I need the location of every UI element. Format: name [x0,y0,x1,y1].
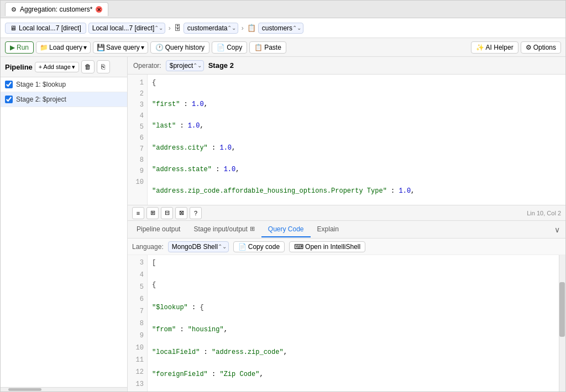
sidebar-scrollbar-thumb [8,388,41,391]
server-selector[interactable]: 🖥 Local local...7 [direct] [5,23,86,34]
server-label: Local local...7 [direct] [19,24,81,32]
tab-stage-input-label: Stage input/output [193,225,247,233]
toolbar-right: ✨ AI Helper ⚙ Options [471,41,561,54]
load-query-arrow-icon: ▾ [83,44,87,51]
add-stage-label: Add stage [43,63,71,70]
bottom-code-line-7: "localField" : "address.zip_code", [152,347,554,358]
options-button[interactable]: ⚙ Options [521,41,561,54]
code-line-6: "address.zip_code.affordable_housing_opt… [152,186,561,197]
tab-pipeline-output[interactable]: Pipeline output [130,222,187,237]
sidebar-scrollbar[interactable] [1,387,127,391]
pipeline-sidebar: Pipeline + Add stage ▾ 🗑 ⎘ Stage 1: $loo… [1,57,128,391]
copy-code-label: Copy code [248,243,280,251]
ai-helper-label: AI Helper [486,44,513,51]
app-window: ⚙ Aggregation: customers* ✕ 🖥 Local loca… [0,0,566,392]
bottom-code-line-9: "as" : "address.zip_code.affordable_hous… [152,391,554,391]
bottom-panel: Pipeline output Stage input/output ⊞ Que… [128,220,565,391]
database-icon: 🗄 [174,24,181,32]
tab-explain[interactable]: Explain [311,222,345,237]
bottom-scrollbar-thumb [559,282,565,337]
database-select[interactable]: customerdata [184,23,238,34]
intelli-icon: ⌨ [294,243,303,251]
toolbar: ▶ Run 📁 Load query ▾ 💾 Save query ▾ 🕐 Qu… [1,38,565,57]
open-intelli-button[interactable]: ⌨ Open in IntelliShell [289,241,365,252]
bottom-code-line-5: "$lookup" : { [152,302,554,313]
close-tab-button[interactable]: ✕ [96,6,102,13]
save-query-label: Save query [106,44,140,51]
copy-code-button[interactable]: 📄 Copy code [233,241,285,252]
ai-helper-button[interactable]: ✨ AI Helper [471,41,518,54]
tab-query-code[interactable]: Query Code [261,222,311,237]
operator-label: Operator: [133,62,161,70]
code-editor[interactable]: 1 2 3 4 5 6 7 8 9 10 { "first" : 1.0, "l… [128,75,565,205]
server-icon: 🖥 [10,24,17,32]
run-icon: ▶ [10,44,15,51]
code-content[interactable]: { "first" : 1.0, "last" : 1.0, "address.… [148,75,565,205]
language-select[interactable]: MongoDB Shell [168,241,229,252]
history-icon: 🕐 [155,44,164,51]
copy-code-icon: 📄 [238,243,247,251]
add-icon: + [39,63,42,70]
main-content: Pipeline + Add stage ▾ 🗑 ⎘ Stage 1: $loo… [1,57,565,391]
bottom-code-content[interactable]: [ { "$lookup" : { "from" : "housing", "l… [148,255,559,391]
collection-select[interactable]: customers [258,23,303,34]
paste-button[interactable]: 📋 Paste [249,41,286,54]
load-query-label: Load query [49,44,82,51]
tab-query-code-label: Query Code [268,225,304,233]
title-tab[interactable]: ⚙ Aggregation: customers* ✕ [5,2,108,16]
run-button[interactable]: ▶ Run [5,41,34,54]
pipeline-header: Pipeline + Add stage ▾ 🗑 ⎘ [1,57,127,77]
sidebar-spacer [1,107,127,387]
query-history-button[interactable]: 🕐 Query history [150,41,209,54]
add-stage-button[interactable]: + Add stage ▾ [35,62,79,72]
code-line-3: "last" : 1.0, [152,121,561,132]
code-lines-container: 1 2 3 4 5 6 7 8 9 10 { "first" : 1.0, "l… [128,75,565,205]
editor-status: Lin 10, Col 2 [527,210,561,216]
bottom-code-line-6: "from" : "housing", [152,324,554,335]
copy-icon: 📄 [217,44,225,51]
save-query-arrow-icon: ▾ [141,44,144,51]
collection-select-wrapper: customers ⌃⌄ [258,23,303,34]
pipeline-title: Pipeline [5,63,33,71]
stage-1-checkbox[interactable] [5,81,13,88]
code-line-1: { [152,78,561,89]
load-query-button[interactable]: 📁 Load query ▾ [36,41,91,54]
stage-2-checkbox[interactable] [5,96,13,103]
code-line-4: "address.city" : 1.0, [152,143,561,154]
editor-tool-4[interactable]: ⊠ [175,207,187,219]
ai-icon: ✨ [476,44,484,51]
stage-item-1[interactable]: Stage 1: $lookup [1,77,127,92]
editor-tool-2[interactable]: ⊞ [146,207,159,219]
stage-item-2[interactable]: Stage 2: $project [1,92,127,107]
collapse-button[interactable]: ∨ [551,223,563,236]
bottom-code-line-3: [ [152,257,554,268]
copy-button[interactable]: 📄 Copy [212,41,247,54]
load-icon: 📁 [40,44,48,51]
title-tab-icon: ⚙ [11,6,17,13]
stage-2-title: Stage 2 [208,61,234,70]
editor-tool-1[interactable]: ≡ [132,207,144,219]
stage-input-icon: ⊞ [250,225,255,232]
copy-label: Copy [227,44,242,51]
collection-icon: 📋 [247,24,256,32]
editor-help-button[interactable]: ? [190,207,202,219]
code-line-5: "address.state" : 1.0, [152,165,561,176]
separator-arrow-1: › [169,24,171,32]
query-history-label: Query history [165,44,205,51]
separator-arrow-2: › [242,24,244,32]
editor-tool-3[interactable]: ⊟ [161,207,173,219]
save-query-button[interactable]: 💾 Save query ▾ [93,41,148,54]
tab-stage-input[interactable]: Stage input/output ⊞ [187,222,261,237]
delete-stage-button[interactable]: 🗑 [81,60,95,73]
bottom-code-area[interactable]: 3 4 5 6 7 8 9 10 11 12 13 14 15 16 [128,255,565,391]
bottom-scrollbar[interactable] [559,255,565,391]
options-label: Options [533,44,556,51]
copy-stage-button[interactable]: ⎘ [97,60,110,73]
tab-pipeline-output-label: Pipeline output [137,225,180,233]
operator-bar: Operator: $project ⌃⌄ Stage 2 [128,57,565,75]
open-intelli-label: Open in IntelliShell [305,243,360,251]
server-select[interactable]: Local local...7 [direct] [88,23,165,34]
operator-select[interactable]: $project [166,60,204,71]
tab-explain-label: Explain [317,225,339,233]
database-select-wrapper: customerdata ⌃⌄ [184,23,238,34]
